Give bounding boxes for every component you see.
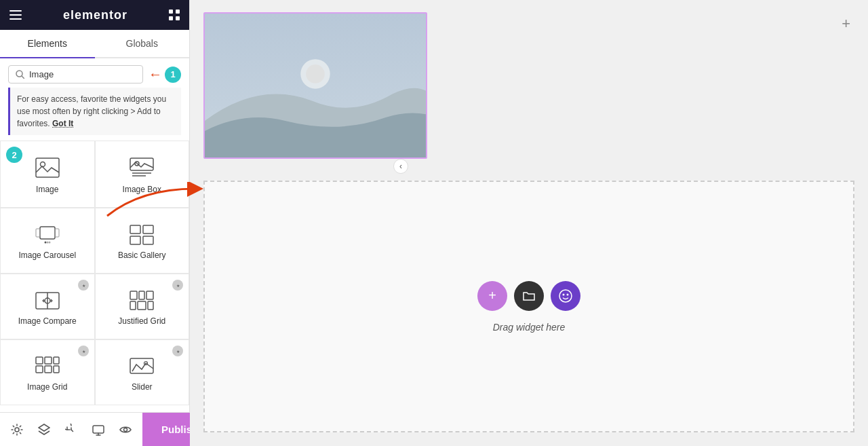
settings-icon[interactable] [7,420,27,440]
tab-elements[interactable]: Elements [0,30,95,58]
add-template-button[interactable] [514,281,544,311]
svg-point-52 [15,428,19,432]
add-widget-button[interactable]: + [477,281,507,311]
svg-rect-23 [130,236,140,244]
svg-point-18 [44,241,46,243]
svg-point-20 [48,241,50,243]
widget-basic-gallery[interactable]: Basic Gallery [95,208,190,274]
svg-point-63 [306,64,325,83]
got-it-link[interactable]: Got It [52,119,73,128]
widget-slider-label: Slider [132,382,153,392]
svg-rect-2 [9,18,22,20]
image-widget-preview[interactable] [203,12,427,159]
canvas-area: + ‹ + [190,0,868,446]
svg-rect-42 [36,357,43,364]
widget-justified-grid[interactable]: ★ Justified Grid [95,274,190,339]
svg-rect-16 [36,229,40,237]
tab-globals[interactable]: Globals [95,30,190,57]
responsive-icon[interactable] [88,420,108,440]
eye-icon[interactable] [115,420,136,440]
svg-point-65 [563,293,565,295]
elementor-logo: elementor [63,8,127,22]
red-arrow-1: ← [149,67,162,82]
image-icon [35,157,60,179]
svg-rect-44 [54,357,59,364]
step-badge-1: 1 [165,67,181,83]
widget-image-label: Image [36,185,58,194]
svg-rect-21 [130,225,140,234]
svg-marker-53 [39,424,50,431]
image-grid-icon [35,356,60,377]
info-banner: For easy access, favorite the widgets yo… [8,88,181,135]
tabs-row: Elements Globals [0,30,189,58]
svg-point-19 [46,241,48,243]
step-badge-2: 2 [6,147,22,163]
main-canvas: + ‹ + [190,0,868,446]
svg-rect-1 [9,14,22,16]
info-text: For easy access, favorite the widgets yo… [17,94,166,128]
svg-rect-24 [143,236,153,244]
svg-point-66 [567,293,569,295]
svg-rect-45 [36,366,43,373]
hamburger-icon[interactable] [9,10,22,20]
svg-rect-47 [54,366,59,373]
svg-rect-43 [45,357,52,364]
layers-icon[interactable] [34,420,54,440]
justified-grid-icon [130,291,154,311]
widget-slider[interactable]: ★ Slider [95,339,190,405]
pro-badge-image-grid: ★ [78,346,89,356]
svg-rect-3 [169,10,173,14]
svg-rect-34 [130,291,137,299]
widget-image-box-label: Image Box [123,185,161,194]
svg-rect-36 [146,291,153,299]
image-compare-icon [35,291,60,311]
widget-image-compare[interactable]: ★ Image Compare [0,274,95,339]
pro-badge-slider: ★ [172,346,183,356]
svg-point-10 [40,162,45,166]
svg-rect-4 [176,10,180,14]
svg-rect-5 [169,16,173,20]
svg-rect-46 [45,366,52,373]
svg-rect-15 [40,227,55,239]
left-panel: elementor Elements Globals [0,0,190,446]
widget-image-grid-label: Image Grid [27,382,67,392]
svg-text:★: ★ [176,350,180,354]
toolbar-icons-group [0,413,142,446]
svg-rect-9 [36,158,59,177]
search-icon [16,70,24,79]
svg-line-8 [22,76,24,79]
svg-text:★: ★ [81,284,85,288]
bottom-toolbar: Publish ▲ [0,412,189,446]
drop-zone[interactable]: + Drag widge [203,181,854,432]
svg-line-55 [71,430,73,432]
widget-image-carousel-label: Image Carousel [18,250,76,260]
svg-rect-0 [9,10,22,12]
svg-rect-38 [138,301,146,310]
grid-icon[interactable] [169,10,180,20]
collapse-panel-button[interactable]: ‹ [393,159,408,174]
collapse-panel-btn-row: ‹ [197,166,861,174]
history-icon[interactable] [61,420,81,440]
widget-image[interactable]: 2 Image [0,141,95,208]
search-row: ← 1 [0,58,189,88]
svg-rect-56 [93,426,104,433]
canvas-empty-right: + [434,7,861,153]
pro-badge-justified-grid: ★ [172,280,183,291]
widget-image-grid[interactable]: ★ Image Grid [0,339,95,405]
add-section-icon[interactable]: + [842,15,850,33]
widget-image-carousel[interactable]: Image Carousel [0,208,95,274]
search-input[interactable] [29,69,136,79]
pro-badge-image-compare: ★ [78,280,89,291]
drop-section: + Drag widge [203,181,854,432]
panel-header: elementor [0,0,189,30]
svg-point-64 [559,290,572,302]
search-box [8,65,143,83]
basic-gallery-icon [130,225,154,245]
ai-button[interactable] [551,281,580,311]
svg-point-59 [124,428,127,431]
svg-rect-39 [148,301,153,310]
image-box-icon [130,157,154,179]
canvas-row-1: + [197,7,861,159]
svg-rect-6 [176,16,180,20]
widget-image-box[interactable]: Image Box [95,141,190,208]
